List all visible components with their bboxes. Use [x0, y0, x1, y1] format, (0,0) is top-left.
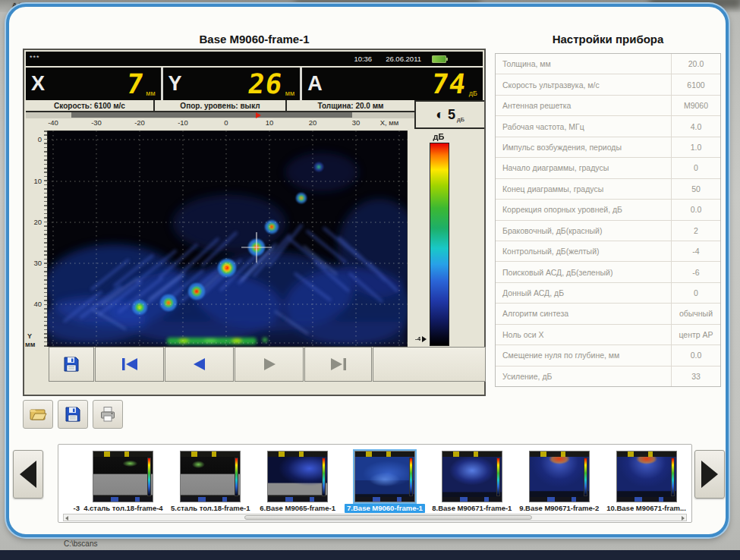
thumbnail-item[interactable]: 4.сталь тол.18-frame-4	[80, 451, 167, 513]
colorbar-threshold-marker: -4	[415, 335, 427, 342]
thumbnail-item[interactable]: 9.Base M90671-frame-2	[515, 451, 603, 513]
setting-value: 0.0	[671, 200, 720, 219]
thumbnail-item-selected[interactable]: 7.Base M9060-frame-1	[342, 451, 429, 513]
readout-x-unit: мм	[146, 90, 155, 97]
thumbnail-image[interactable]	[442, 451, 502, 502]
readout-a-label: A	[307, 74, 323, 94]
app-window: Base M9060-frame-1 Настройки прибора ***…	[6, 4, 729, 537]
next-frame-button[interactable]	[235, 347, 304, 382]
setting-value: 2	[671, 221, 720, 241]
readout-x-label: X	[31, 74, 45, 94]
save-file-button[interactable]	[58, 400, 88, 429]
clock-date: 26.06.2011	[386, 55, 421, 63]
bscan-image[interactable]	[47, 131, 408, 347]
setting-value: 20.0	[671, 54, 720, 74]
setting-label: Коррекция опорных уровней, дБ	[496, 205, 671, 214]
scroll-left-button[interactable]	[13, 450, 43, 499]
scrollbar-left-arrow[interactable]	[65, 516, 68, 521]
x-tick: -40	[40, 118, 66, 127]
thumbnail-image[interactable]	[529, 451, 590, 502]
thumbnail-image[interactable]	[354, 451, 415, 502]
open-file-button[interactable]	[23, 400, 53, 429]
save-frame-button[interactable]	[49, 347, 94, 382]
settings-row: Алгоритм синтеза обычный	[496, 304, 720, 324]
x-tick: 30	[343, 118, 369, 127]
first-frame-button[interactable]	[95, 347, 164, 382]
screen: АДМ-интровизор Base M9060-frame-1 Настро…	[0, 0, 740, 560]
thumbnail-item[interactable]: 10.Base M90671-fram...	[603, 451, 690, 513]
right-arrow-icon	[698, 458, 721, 491]
readout-x-value: 7	[124, 71, 146, 98]
setting-value: 0	[671, 158, 720, 178]
frame-navigation	[26, 347, 486, 383]
thickness-readout: Толщина: 20.0 мм	[285, 100, 414, 111]
first-frame-icon	[120, 357, 140, 372]
readout-x: X 7 мм	[26, 68, 161, 100]
navigation-spacer	[373, 347, 486, 382]
thumbnail-image[interactable]	[180, 451, 241, 502]
status-stars: ***	[30, 54, 40, 61]
thumbnail-item[interactable]: 6.Base M9065-frame-1	[254, 451, 342, 513]
print-button[interactable]	[93, 400, 123, 429]
setting-label: Смещение нуля по глубине, мм	[496, 351, 671, 360]
setting-label: Усиление, дБ	[496, 372, 671, 381]
settings-row: Смещение нуля по глубине, мм 0.0	[496, 345, 720, 366]
left-arrow-icon	[17, 458, 39, 491]
contrast-control[interactable]: ◐ 5 дБ	[414, 100, 484, 129]
y-tick: 40	[27, 300, 42, 308]
setting-value: M9060	[671, 96, 720, 115]
readout-y: Y 26 мм	[163, 68, 301, 100]
contrast-icon: ◐	[436, 108, 444, 121]
scroll-right-button[interactable]	[694, 450, 725, 499]
settings-row: Поисковый АСД, дБ(зеленый) -6	[496, 262, 720, 282]
scrollbar-thumb[interactable]	[244, 515, 532, 520]
x-axis: -40 -30 -20 -10 0 10 20 30 X, мм	[26, 118, 414, 130]
setting-value: 0.0	[671, 345, 720, 365]
colorbar-title: дБ	[428, 132, 449, 141]
thumbnail-image[interactable]	[93, 451, 153, 502]
readout-a-value: 74	[430, 71, 468, 98]
settings-title: Настройки прибора	[495, 33, 721, 46]
device-screen: *** 10:36 26.06.2011 X 7 мм Y 26 мм	[23, 49, 486, 396]
setting-label: Алгоритм синтеза	[496, 309, 671, 318]
setting-value: 0	[671, 283, 720, 303]
settings-row: Контрольный, дБ(желтый) -4	[496, 241, 720, 262]
settings-row: Рабочая частота, МГц 4.0	[496, 116, 720, 137]
cursor-x-marker	[256, 112, 261, 118]
setting-value: 6100	[671, 74, 720, 94]
thumbnail-image[interactable]	[267, 451, 328, 502]
status-path: C:\bscans	[64, 540, 97, 548]
scrollbar-right-arrow[interactable]	[682, 516, 685, 521]
thumbnail-scrollbar[interactable]	[63, 514, 687, 521]
readout-a-unit: дБ	[469, 90, 477, 97]
readout-y-label: Y	[168, 74, 182, 94]
thumbnail-label: 10.Base M90671-fram...	[606, 504, 686, 513]
thumbnail-item[interactable]: 5.сталь тол.18-frame-1	[167, 451, 254, 513]
settings-row: Конец диаграммы, градусы 50	[496, 179, 720, 200]
settings-row: Импульс возбуждения, периоды 1.0	[496, 137, 720, 158]
settings-row: Толщина, мм 20.0	[496, 54, 720, 74]
thumbnail-item-partial[interactable]: -3	[60, 504, 80, 513]
setting-label: Рабочая частота, МГц	[496, 122, 671, 131]
contrast-value: 5	[448, 107, 455, 123]
setting-label: Скорость ультразвука, м/с	[496, 80, 671, 90]
setting-label: Конец диаграммы, градусы	[496, 184, 671, 193]
x-tick: 0	[213, 118, 239, 127]
thumbnail-list: -3 4.сталь тол.18-frame-4 5.сталь тол.18…	[60, 448, 690, 513]
battery-icon	[432, 55, 446, 63]
speed-readout: Скорость: 6100 м/с	[26, 100, 153, 111]
setting-label: Донный АСД, дБ	[496, 288, 671, 297]
x-tick: 10	[257, 118, 282, 127]
settings-row: Начало диаграммы, градусы 0	[496, 158, 720, 178]
previous-frame-button[interactable]	[165, 347, 234, 382]
thumbnail-item[interactable]: 8.Base M90671-frame-1	[428, 451, 515, 513]
next-frame-icon	[261, 357, 278, 372]
last-frame-icon	[329, 357, 348, 372]
last-frame-button[interactable]	[304, 347, 372, 382]
y-axis: 0 10 20 30 40 Y мм	[24, 131, 47, 347]
bottom-bar	[0, 550, 740, 560]
thumbnail-strip: -3 4.сталь тол.18-frame-4 5.сталь тол.18…	[58, 444, 692, 523]
floppy-icon	[62, 355, 80, 373]
thumbnail-image[interactable]	[616, 451, 677, 502]
x-tick: -30	[83, 118, 109, 127]
